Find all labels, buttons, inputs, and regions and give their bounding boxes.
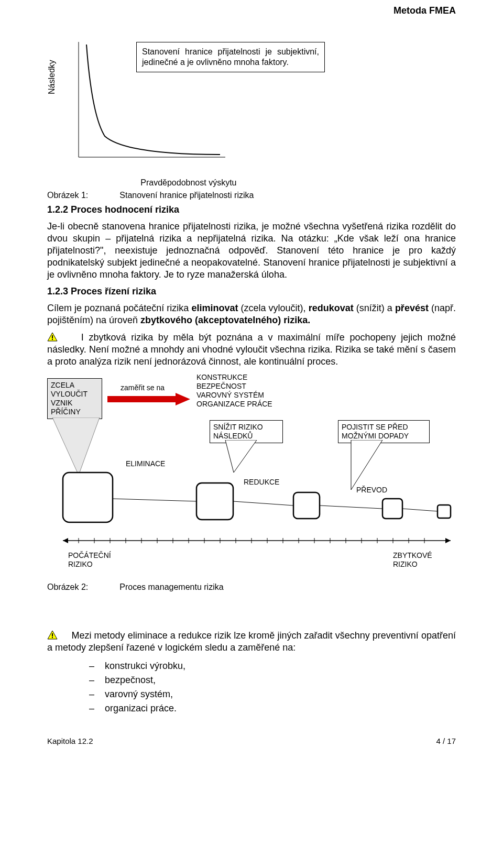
warning-icon <box>47 630 58 640</box>
warning-icon <box>47 332 58 342</box>
fig1-caption-text: Stanovení hranice přijatelnosti rizika <box>119 191 254 200</box>
figure-1-caption: Obrázek 1: Stanovení hranice přijatelnos… <box>47 191 456 200</box>
list-item: organizaci práce. <box>89 701 456 716</box>
page-header: Metoda FMEA <box>393 5 456 16</box>
list-item: konstrukci výrobku, <box>89 659 456 673</box>
svg-line-16 <box>320 506 382 509</box>
warning-1: I zbytková rizika by měla být poznána a … <box>47 332 456 368</box>
t: (snížit) a <box>354 303 395 313</box>
para-122: Je-li obecně stanovena hranice přijateln… <box>47 221 456 281</box>
list-item: bezpečnost, <box>89 673 456 687</box>
svg-marker-20 <box>63 538 68 543</box>
warn2-text: Mezi metody eliminace a redukce rizik lz… <box>47 630 456 653</box>
label-zamerit: zaměřit se na <box>121 383 165 392</box>
heading-122: 1.2.2 Proces hodnocení rizika <box>47 204 456 215</box>
fig2-label: Obrázek 2: <box>47 583 88 592</box>
t: redukovat <box>309 303 354 313</box>
t: eliminovat <box>191 303 238 313</box>
warn1-text: I zbytková rizika by měla být poznána a … <box>47 332 456 367</box>
box-zcela: ZCELA VYLOUČIT VZNIK PŘÍČINY <box>47 378 102 419</box>
svg-rect-3 <box>52 335 53 338</box>
chart-note-box: Stanovení hranice přijatelnosti je subje… <box>136 42 325 72</box>
svg-rect-9 <box>63 473 113 522</box>
chart-ylabel: Následky <box>47 60 57 94</box>
svg-marker-19 <box>445 538 451 543</box>
label-pocatecni: POČÁTEČNÍ RIZIKO <box>68 551 111 569</box>
t: Cílem je poznaná počáteční rizika <box>47 303 191 313</box>
svg-line-17 <box>402 509 438 511</box>
bullet-list: konstrukci výrobku, bezpečnost, varovný … <box>47 659 456 716</box>
svg-rect-13 <box>438 505 451 518</box>
para-123-1: Cílem je poznaná počáteční rizika elimin… <box>47 302 456 326</box>
warning-2: Mezi metody eliminace a redukce rizik lz… <box>47 630 456 654</box>
t: (zcela vyloučit), <box>238 303 308 313</box>
svg-marker-6 <box>107 393 190 405</box>
figure-2: ZCELA VYLOUČIT VZNIK PŘÍČINY zaměřit se … <box>47 373 456 619</box>
footer-right: 4 / 17 <box>436 737 456 745</box>
svg-marker-5 <box>52 417 100 475</box>
svg-line-15 <box>233 501 293 506</box>
svg-rect-46 <box>52 637 53 638</box>
arrow-zamerit <box>107 393 191 409</box>
page-footer: Kapitola 12.2 4 / 17 <box>47 737 456 745</box>
fig2-caption-text: Proces managementu rizika <box>119 583 223 592</box>
heading-123: 1.2.3 Proces řízení rizika <box>47 286 456 297</box>
svg-rect-45 <box>52 633 53 636</box>
svg-rect-4 <box>52 339 53 340</box>
footer-left: Kapitola 12.2 <box>47 737 93 745</box>
chart-xlabel: Pravděpodobnost výskytu <box>119 178 236 188</box>
t: zbytkového (akceptovatelného) rizika. <box>140 315 310 325</box>
svg-rect-10 <box>196 483 233 520</box>
fig1-label: Obrázek 1: <box>47 191 88 200</box>
svg-rect-11 <box>293 492 320 519</box>
svg-line-14 <box>113 499 196 501</box>
t: převést <box>395 303 429 313</box>
svg-rect-12 <box>382 499 402 519</box>
list-item: varovný systém, <box>89 687 456 701</box>
label-zbytkove: ZBYTKOVÉ RIZIKO <box>393 551 432 569</box>
process-chain <box>47 467 456 551</box>
label-konstrukce: KONSTRUKCE BEZPEČNOST VAROVNÝ SYSTÉM ORG… <box>196 373 272 408</box>
figure-1-xlabel-row: Obrázek 1: Pravděpodobnost výskytu <box>47 178 456 188</box>
figure-1: Následky Stanovení hranice přijatelnosti… <box>47 37 456 173</box>
